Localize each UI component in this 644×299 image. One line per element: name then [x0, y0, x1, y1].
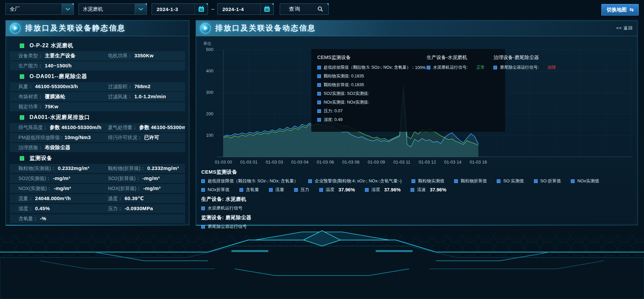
- switch-arrows-icon: ⇆: [629, 7, 634, 13]
- static-panel-body: O-P-22 水泥磨机设备类型：主要生产设备电机功率：3350Kw生产能力：14…: [6, 36, 189, 228]
- x-tick-label: 01-03 09: [368, 160, 385, 165]
- field-value: 140~150t/h: [45, 63, 72, 68]
- field-cell: 排气筒高度：参数 46100-55300m/h: [10, 124, 108, 131]
- table-row: 风量：46100-55300m3/h过滤面积：768m2: [10, 82, 185, 91]
- field-cell: 流量：24048.000m³/h: [10, 195, 108, 202]
- chart-legend: CEMS监测设备 超低排放限值（颗拉物:5: SOz-; NOx; 含氧量）企业…: [200, 169, 634, 230]
- legend-item[interactable]: 压力: [294, 187, 309, 193]
- legend-item[interactable]: 温度37.96%: [319, 187, 355, 193]
- blue-square-icon: [365, 188, 369, 192]
- field-label: 温度：: [108, 195, 123, 202]
- table-row: NOX(实测值)：-mg/m³NOX(折算值)：-mg/m³: [10, 184, 185, 193]
- play-icon: [200, 23, 211, 34]
- legend-item-label: 磨尾除尘器运行信号: [208, 224, 247, 230]
- plant-select-value: 全厂: [6, 6, 62, 12]
- legend-item[interactable]: 企业预警值(颗粒物:4; sOz-; NOx-;含氧气量:-): [308, 178, 401, 184]
- field-label: 排污许可状况：: [108, 134, 142, 141]
- field-label: NOX(实测值)：: [18, 185, 52, 192]
- legend-item[interactable]: 颗粒物折算值: [454, 178, 487, 184]
- field-value: 46100-55300m3/h: [35, 83, 78, 89]
- section-header: DA001-水泥磨尾排放口: [10, 113, 185, 122]
- field-label: 生产能力：: [18, 63, 43, 69]
- chevron-down-icon[interactable]: [62, 4, 73, 14]
- y-tick-label: 500: [206, 47, 213, 52]
- green-square-icon: [20, 156, 24, 161]
- legend-item[interactable]: SO:实测值: [497, 178, 524, 184]
- field-label: 布袋材质：: [18, 94, 43, 100]
- dynamic-info-panel: 排放口及关联设备动态信息 << 返回 单位10020030040050001-0…: [196, 20, 638, 225]
- toolbar: 全厂 水泥磨机 2024-1-3 –: [0, 0, 644, 17]
- dynamic-panel-body: 单位10020030040050001-03 0001-03 0101-03 0…: [196, 36, 638, 236]
- field-label: 废气处理量：: [108, 124, 137, 131]
- blue-square-icon: [534, 179, 538, 183]
- x-tick-label: 01-03 03: [266, 160, 283, 165]
- field-label: SO2(折算值)：: [108, 175, 141, 182]
- blue-square-icon: [497, 179, 500, 183]
- y-tick-label: 400: [206, 68, 213, 73]
- legend-item-label: 颗粒物折算值: [461, 178, 487, 184]
- field-value: 3350Kw: [134, 53, 154, 58]
- legend-item[interactable]: 流量: [269, 187, 284, 193]
- legend-item[interactable]: 流速37.96%: [411, 187, 446, 193]
- query-button[interactable]: 查询: [280, 3, 329, 15]
- legend-item[interactable]: SO:折算值: [534, 178, 561, 184]
- legend-item[interactable]: NOx实测值: [571, 178, 599, 184]
- date-start-input[interactable]: 2024-1-3: [152, 3, 208, 15]
- legend-item[interactable]: 湿度37.96%: [365, 187, 400, 193]
- x-tick-label: 01-03 16: [470, 160, 487, 165]
- calendar-icon[interactable]: [260, 4, 273, 14]
- section-title: DA001-水泥磨尾排放口: [30, 114, 90, 121]
- blue-square-icon: [201, 179, 205, 183]
- x-tick-label: 01-03 08: [342, 160, 359, 165]
- chevron-down-icon[interactable]: [135, 4, 147, 14]
- dynamic-panel-header: 排放口及关联设备动态信息 << 返回: [196, 20, 638, 36]
- legend-item-label: 超低排放限值（颗拉物:5: SOz-; NOx; 含氧量）: [208, 178, 298, 184]
- legend-item[interactable]: 水泥磨机运行信号: [201, 205, 243, 211]
- legend-item[interactable]: 磨尾除尘器运行信号: [201, 224, 247, 230]
- table-row: 含氧量：-%: [10, 214, 185, 223]
- dynamic-chart[interactable]: 单位10020030040050001-03 0001-03 0101-03 0…: [200, 40, 635, 166]
- device-select[interactable]: 水泥磨机: [78, 3, 147, 15]
- section-header: 监测设备: [10, 154, 185, 163]
- field-cell: SO2(实测值)：-mg/m³: [10, 175, 108, 182]
- legend-item-label: 流量: [275, 187, 284, 193]
- legend-item-label: 湿度: [371, 187, 380, 193]
- legend-item[interactable]: 超低排放限值（颗拉物:5: SOz-; NOx; 含氧量）: [201, 178, 298, 184]
- calendar-icon[interactable]: [195, 4, 208, 14]
- back-link[interactable]: << 返回: [616, 25, 633, 31]
- legend-item[interactable]: 颗粒物实测值: [412, 178, 444, 184]
- table-row: 额定功率：75Kw: [10, 102, 185, 111]
- x-tick-label: 01-03 04: [291, 160, 308, 165]
- legend-item[interactable]: NOx折算值: [201, 187, 229, 193]
- y-tick-label: 300: [206, 90, 213, 95]
- table-row: 湿度：0.45%压力：-0.0930MPa: [10, 204, 185, 213]
- legend-item[interactable]: 含氧量: [239, 187, 259, 193]
- legend-item-label: SO:实测值: [503, 178, 524, 184]
- field-cell: 颗粒物(实测值)：0.2332mg/m³: [10, 165, 108, 172]
- field-value: 参数 46100-55300m/h: [139, 124, 185, 131]
- field-value: 24048.000m³/h: [35, 195, 71, 201]
- field-cell: PM超低排排放限值::10mg/Nm3: [10, 134, 108, 141]
- switch-map-button[interactable]: 切换地图 ⇆: [601, 4, 639, 15]
- field-label: PM超低排排放限值::: [18, 134, 62, 141]
- green-square-icon: [20, 44, 24, 48]
- legend-item-label: SO:折算值: [540, 178, 561, 184]
- legend-item-label: 含氧量: [246, 187, 259, 193]
- field-value: 参数 46100-55300m/h: [50, 124, 101, 131]
- table-row: 治理措施：布袋除尘器: [10, 143, 185, 152]
- field-cell: 颗粒物(折算值)：0.2332mg/m³: [108, 165, 185, 172]
- blue-square-icon: [411, 188, 414, 192]
- plant-select[interactable]: 全厂: [5, 3, 74, 15]
- blue-square-icon: [294, 188, 298, 192]
- static-panel-header: 排放口及关联设备静态信息: [6, 20, 189, 36]
- legend-cems-header: CEMS监测设备: [201, 169, 634, 175]
- line-chart-svg[interactable]: 单位10020030040050001-03 0001-03 0101-03 0…: [200, 40, 635, 166]
- field-value: 主要生产设备: [45, 53, 76, 59]
- field-label: 设备类型：: [18, 53, 43, 59]
- field-value: 75Kw: [45, 104, 58, 109]
- search-icon: [312, 6, 328, 12]
- legend-item-label: NOx实测值: [577, 178, 599, 184]
- table-row: PM超低排排放限值::10mg/Nm3排污许可状况：已许可: [10, 133, 185, 142]
- field-value: 60.39℃: [124, 195, 144, 201]
- date-end-input[interactable]: 2024-1-4: [217, 3, 274, 15]
